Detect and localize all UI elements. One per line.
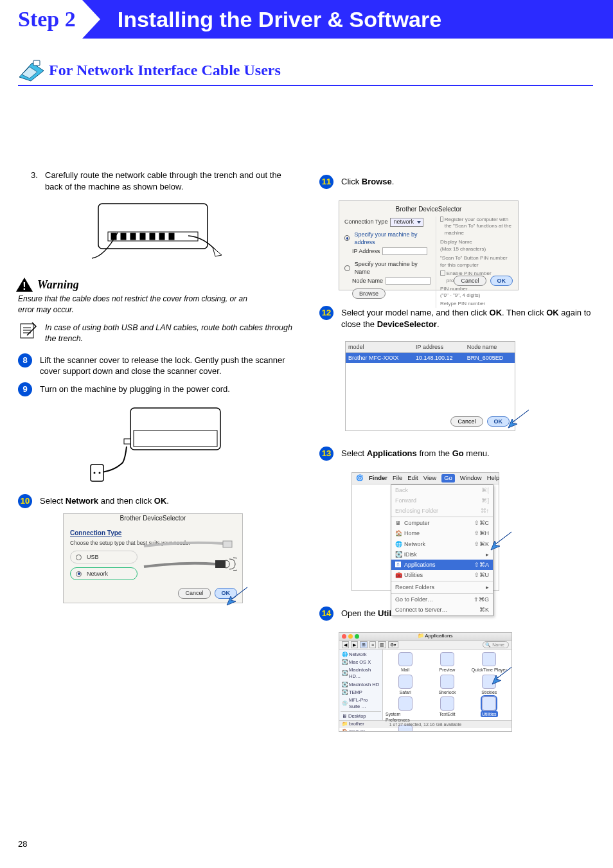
radio-icon <box>76 554 82 560</box>
zoom-icon[interactable] <box>355 634 359 639</box>
warning-text: Ensure that the cable does not restrict … <box>18 294 256 314</box>
minimize-icon[interactable] <box>348 634 353 639</box>
go-home[interactable]: 🏠Home⇧⌘H <box>391 528 493 538</box>
sb-brother[interactable]: 📁brother <box>341 720 381 728</box>
model-list-dialog: modelIP addressNode name Brother MFC-XXX… <box>345 341 515 431</box>
svg-rect-8 <box>159 233 164 240</box>
ds-reg: Register your computer with the "Scan To… <box>445 217 513 237</box>
go-applications[interactable]: 🅰Applications⇧⌘A <box>391 560 493 570</box>
go-connect[interactable]: Connect to Server…⌘K <box>391 605 493 615</box>
nav-fwd-icon[interactable]: ▶ <box>351 641 358 648</box>
step-8-text: Lift the scanner cover to release the lo… <box>40 353 294 377</box>
sb-hd2[interactable]: 💽Macintosh HD <box>341 681 381 689</box>
search-input[interactable]: 🔍 Name <box>483 641 509 648</box>
app-safari[interactable]: Safari <box>386 675 425 695</box>
svg-rect-23 <box>223 541 232 547</box>
svg-marker-28 <box>492 666 512 684</box>
go-network[interactable]: 🌐Network⇧⌘K <box>391 539 493 549</box>
go-gotofolder[interactable]: Go to Folder…⇧⌘G <box>391 594 493 605</box>
go-utilities[interactable]: 🧰Utilities⇧⌘U <box>391 570 493 580</box>
svg-rect-6 <box>140 233 145 240</box>
ds-right-panel: Register your computer with the "Scan To… <box>436 217 513 308</box>
menu-window[interactable]: Window <box>460 474 482 483</box>
view-col-button[interactable]: ▥ <box>378 641 386 648</box>
ds-ok-button[interactable]: OK <box>490 276 513 286</box>
app-preview[interactable]: Preview <box>427 652 466 673</box>
svg-rect-19 <box>91 465 103 481</box>
svg-marker-25 <box>227 587 247 605</box>
ds-cancel-button[interactable]: Cancel <box>454 276 486 286</box>
opt-net-label: Network <box>87 570 108 578</box>
bullet-8: 8 <box>18 353 32 368</box>
conn-opt-network[interactable]: Network <box>70 567 138 580</box>
conn-cancel-button[interactable]: Cancel <box>178 588 210 598</box>
svg-marker-27 <box>491 532 511 550</box>
warning-label: Warning <box>37 277 79 292</box>
view-list-button[interactable]: ≡ <box>369 641 376 648</box>
sb-temp[interactable]: 💽TEMP <box>341 689 381 696</box>
arrow-cue-icon <box>222 586 249 607</box>
step-9-text: Turn on the machine by plugging in the p… <box>40 382 294 395</box>
radio-checked-icon[interactable] <box>344 235 350 241</box>
ds-ip-input[interactable] <box>382 247 427 255</box>
sb-hd1[interactable]: 💽Macintosh HD… <box>341 666 381 680</box>
app-sherlock[interactable]: Sherlock <box>427 675 466 695</box>
app-textedit[interactable]: TextEdit <box>427 696 466 723</box>
sb-mfl[interactable]: 💿MFL-Pro Suite … <box>341 696 381 711</box>
conn-cable-illustration <box>141 535 237 580</box>
connection-type-dialog: Brother DeviceSelector Connection Type C… <box>63 513 243 603</box>
step-text: Carefully route the network cable throug… <box>45 170 294 192</box>
menu-finder[interactable]: Finder <box>369 474 387 483</box>
bullet-11: 11 <box>319 175 333 189</box>
svg-rect-7 <box>150 233 155 240</box>
go-idisk[interactable]: 💽iDisk▸ <box>391 549 493 560</box>
svg-rect-5 <box>130 233 136 240</box>
action-gear-icon[interactable]: ⚙▾ <box>388 641 398 648</box>
ds-by-address: Specify your machine by address <box>354 231 432 246</box>
warning-row: ! Warning <box>15 277 294 292</box>
ds-retype: Retype PIN number <box>440 301 513 308</box>
menu-help[interactable]: Help <box>487 474 500 483</box>
ds-browse-button[interactable]: Browse <box>352 288 386 299</box>
view-icon-button[interactable]: ⊞ <box>360 641 368 648</box>
step-12-text: Select your model name, and then click O… <box>341 306 595 330</box>
close-icon[interactable] <box>342 634 346 639</box>
conn-title: Brother DeviceSelector <box>64 514 242 523</box>
ml-h1: model <box>346 342 413 353</box>
sb-network[interactable]: 🌐Network <box>341 651 381 659</box>
menu-view[interactable]: View <box>423 474 436 483</box>
svg-point-21 <box>98 472 100 474</box>
network-users-icon <box>18 58 45 82</box>
model-row-selected[interactable]: Brother MFC-XXXX10.148.100.12BRN_6005ED <box>346 353 515 364</box>
ml-cancel-button[interactable]: Cancel <box>450 416 483 427</box>
bullet-13: 13 <box>319 447 333 461</box>
conn-opt-usb[interactable]: USB <box>70 551 138 563</box>
section-heading-row: For Network Interface Cable Users <box>18 58 593 86</box>
ds-title: Brother DeviceSelector <box>344 205 513 214</box>
app-sysprefs[interactable]: System Preferences <box>386 696 425 723</box>
app-utilities[interactable]: Utilities <box>470 696 509 723</box>
ds-conntype-select[interactable]: network <box>390 218 423 227</box>
menu-go[interactable]: Go <box>441 474 455 483</box>
cable-routing-illustration <box>73 197 240 268</box>
arrow-cue-icon <box>503 409 530 429</box>
go-computer[interactable]: 🖥Computer⇧⌘C <box>391 518 493 528</box>
radio-icon[interactable] <box>344 265 350 271</box>
ds-node-input[interactable] <box>386 277 431 285</box>
svg-rect-4 <box>121 233 126 240</box>
svg-rect-24 <box>215 560 226 568</box>
sb-desktop[interactable]: 🖥Desktop <box>341 713 381 720</box>
ds-by-name: Specify your machine by Name <box>355 260 432 276</box>
svg-rect-22 <box>124 439 130 444</box>
app-mail[interactable]: Mail <box>386 652 425 673</box>
menu-edit[interactable]: Edit <box>407 474 418 483</box>
sb-manual[interactable]: 🏠manual <box>341 728 381 732</box>
apple-icon: 🌀 <box>356 474 364 483</box>
ml-h2: IP address <box>413 342 465 353</box>
power-cord-illustration <box>85 402 227 485</box>
menu-file[interactable]: File <box>393 474 402 483</box>
note-icon <box>18 321 37 341</box>
go-recent[interactable]: Recent Folders▸ <box>391 582 493 592</box>
nav-back-icon[interactable]: ◀ <box>342 641 349 648</box>
sb-macosx[interactable]: 💽Mac OS X <box>341 659 381 666</box>
